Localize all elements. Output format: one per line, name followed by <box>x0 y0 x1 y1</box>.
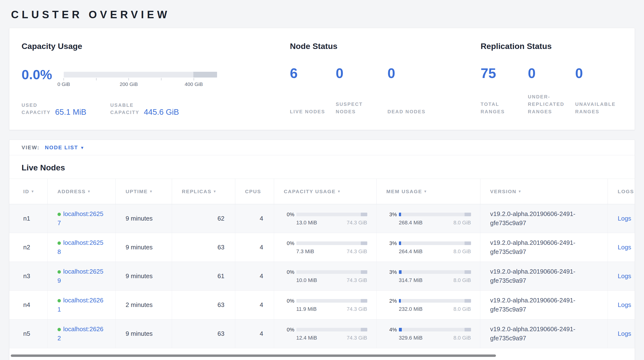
col-header-mem-usage[interactable]: MEM USAGE▾ <box>376 179 480 204</box>
node-address-link[interactable]: localhost:26262 <box>58 325 104 342</box>
node-address-link[interactable]: localhost:26258 <box>58 239 104 255</box>
col-header-logs: LOGS <box>608 179 635 204</box>
node-capacity-cell: 0% 12.4 MiB74.3 GiB <box>274 319 376 348</box>
node-mem-cell: 4% 329.6 MiB8.0 GiB <box>376 319 480 348</box>
mem-total: 8.0 GiB <box>453 335 471 341</box>
node-logs-cell: Logs <box>608 204 635 233</box>
node-mem-cell: 3% 268.4 MiB8.0 GiB <box>376 204 480 233</box>
capacity-usage-title: Capacity Usage <box>22 42 290 51</box>
node-cpus: 4 <box>235 233 274 262</box>
logs-link[interactable]: Logs <box>618 272 631 280</box>
col-header-capacity-usage[interactable]: CAPACITY USAGE▾ <box>274 179 376 204</box>
col-header-replicas[interactable]: REPLICAS▾ <box>172 179 235 204</box>
capacity-used: 13.0 MiB <box>296 220 317 226</box>
node-version: v19.2.0-alpha.20190606-2491-gfe735c9a97 <box>480 204 608 233</box>
capacity-used: 12.4 MiB <box>296 335 317 341</box>
unavailable-ranges-label: UNAVAILABLE RANGES <box>575 101 612 115</box>
capacity-usage-bar <box>296 299 367 303</box>
used-capacity-label: USED CAPACITY <box>22 102 51 116</box>
logs-link[interactable]: Logs <box>618 244 631 251</box>
table-row-n1: n1 localhost:26257 9 minutes 62 4 0% 13.… <box>9 204 635 233</box>
node-uptime: 9 minutes <box>116 319 172 348</box>
tick-mark <box>96 78 96 80</box>
node-logs-cell: Logs <box>608 319 635 348</box>
node-address-cell: localhost:26261 <box>48 291 116 319</box>
capacity-usage-bar <box>296 328 367 331</box>
node-uptime: 9 minutes <box>116 233 172 262</box>
col-header-label: CAPACITY USAGE <box>284 189 336 194</box>
horizontal-scrollbar[interactable] <box>11 354 496 357</box>
nodes-table-card: VIEW: NODE LIST ▾ Live Nodes ID▾ ADDRESS… <box>9 140 635 360</box>
table-bottom-strip <box>9 348 635 360</box>
node-cpus: 4 <box>235 262 274 291</box>
live-status-dot-icon <box>58 270 61 274</box>
node-replicas: 63 <box>172 233 235 262</box>
mem-used: 232.0 MiB <box>399 306 422 312</box>
sort-arrow-icon: ▾ <box>32 189 34 194</box>
node-address-link[interactable]: localhost:26257 <box>58 210 104 227</box>
mem-usage-bar <box>399 241 471 245</box>
node-mem-cell: 2% 232.0 MiB8.0 GiB <box>376 291 480 319</box>
bar-dark-segment <box>464 299 471 303</box>
mem-total: 8.0 GiB <box>453 277 471 283</box>
tick-mark <box>161 78 162 80</box>
capacity-total: 74.3 GiB <box>347 277 367 283</box>
view-selector-dropdown[interactable]: NODE LIST ▾ <box>45 144 84 151</box>
col-header-label: ADDRESS <box>58 189 86 194</box>
capacity-used: 10.0 MiB <box>296 277 317 283</box>
node-replicas: 61 <box>172 262 235 291</box>
axis-tick: 400 GiB <box>185 78 203 87</box>
bar-fill <box>399 270 402 274</box>
node-status-section: Node Status 6 LIVE NODES 0 SUSPECT NODES… <box>290 42 480 116</box>
node-version: v19.2.0-alpha.20190606-2491-gfe735c9a97 <box>480 319 608 348</box>
live-status-dot-icon <box>58 328 61 331</box>
node-cpus: 4 <box>235 291 274 319</box>
node-version: v19.2.0-alpha.20190606-2491-gfe735c9a97 <box>480 233 608 262</box>
node-address-cell: localhost:26257 <box>48 204 116 233</box>
logs-link[interactable]: Logs <box>618 215 631 222</box>
node-address-cell: localhost:26262 <box>48 319 116 348</box>
under-replicated-ranges-label: UNDER-REPLICATED RANGES <box>528 93 564 115</box>
sort-arrow-icon: ▾ <box>338 189 340 194</box>
col-header-uptime[interactable]: UPTIME▾ <box>116 179 172 204</box>
capacity-usage-bar <box>296 270 367 274</box>
mem-used: 329.6 MiB <box>399 335 422 341</box>
capacity-percent: 0% <box>284 298 294 304</box>
used-capacity: USED CAPACITY 65.1 MiB <box>22 102 86 116</box>
capacity-percent: 0.0% <box>22 67 57 82</box>
node-id: n1 <box>9 204 48 233</box>
logs-link[interactable]: Logs <box>618 330 631 337</box>
axis-tick: 200 GiB <box>120 78 138 87</box>
live-nodes-title: Live Nodes <box>9 155 635 178</box>
node-address-link[interactable]: localhost:26259 <box>58 268 104 284</box>
col-header-cpus: CPUS <box>235 179 274 204</box>
node-capacity-cell: 0% 10.0 MiB74.3 GiB <box>274 262 376 291</box>
bar-fill <box>399 328 402 331</box>
bar-dark-segment <box>464 241 471 245</box>
table-row-n2: n2 localhost:26258 9 minutes 63 4 0% 7.3… <box>9 233 635 262</box>
col-header-version[interactable]: VERSION▾ <box>480 179 608 204</box>
node-logs-cell: Logs <box>608 262 635 291</box>
col-header-address[interactable]: ADDRESS▾ <box>48 179 116 204</box>
replication-status-title: Replication Status <box>480 42 622 51</box>
logs-link[interactable]: Logs <box>618 301 631 308</box>
tick-label: 400 GiB <box>185 81 203 87</box>
capacity-percent: 0% <box>284 269 294 275</box>
node-address-link[interactable]: localhost:26261 <box>58 297 104 313</box>
col-header-label: MEM USAGE <box>386 189 422 194</box>
under-replicated-ranges-stat: 0 UNDER-REPLICATED RANGES <box>528 66 564 115</box>
capacity-total: 74.3 GiB <box>347 306 367 312</box>
tick-label: 0 GiB <box>58 81 70 87</box>
node-uptime: 2 minutes <box>116 291 172 319</box>
node-uptime: 9 minutes <box>116 204 172 233</box>
mem-usage-bar <box>399 328 471 331</box>
replication-status-section: Replication Status 75 TOTAL RANGES 0 UND… <box>480 42 622 116</box>
axis-tick <box>161 78 162 81</box>
bar-dark-segment <box>361 328 367 331</box>
bar-dark-segment <box>464 270 471 274</box>
sort-arrow-icon: ▾ <box>214 189 216 194</box>
chevron-down-icon: ▾ <box>81 145 84 150</box>
mem-percent: 3% <box>386 240 397 247</box>
col-header-label: VERSION <box>490 189 516 194</box>
col-header-id[interactable]: ID▾ <box>9 179 48 204</box>
